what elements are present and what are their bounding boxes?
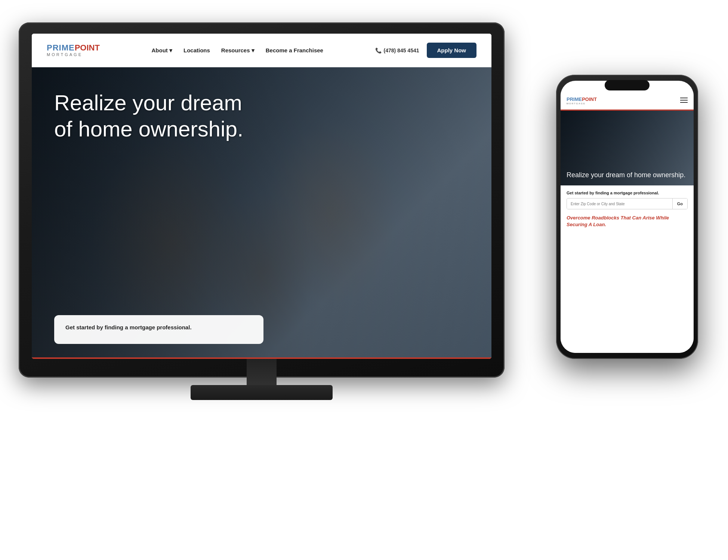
logo-prime: PRIME — [47, 43, 75, 52]
phone-hero-title: Realize your dream of home ownership. — [567, 171, 688, 179]
phone-hero: Realize your dream of home ownership. — [561, 111, 694, 185]
phone-go-button[interactable]: Go — [672, 199, 687, 209]
desktop-navbar: PRIMEPOINT MORTGAGE About ▾ Locations Re… — [32, 34, 491, 67]
phone-search-row: Go — [567, 198, 688, 209]
monitor-frame: PRIMEPOINT MORTGAGE About ▾ Locations Re… — [19, 22, 505, 378]
phone-logo-point: POINT — [582, 96, 597, 102]
phone-device: PRIMEPOINT MORTGAGE — [556, 75, 698, 359]
desktop-logo: PRIMEPOINT MORTGAGE — [47, 44, 100, 57]
phone-website: PRIMEPOINT MORTGAGE — [561, 81, 694, 353]
hamburger-menu[interactable] — [680, 98, 688, 103]
desktop-nav-links: About ▾ Locations Resources ▾ Become a F… — [152, 47, 323, 54]
desktop-nav-right: 📞 (478) 845 4541 Apply Now — [375, 43, 476, 58]
nav-locations[interactable]: Locations — [183, 47, 210, 53]
monitor-screen: PRIMEPOINT MORTGAGE About ▾ Locations Re… — [32, 34, 491, 359]
phone-logo: PRIMEPOINT MORTGAGE — [567, 96, 597, 105]
hero-content: Realize your dream of home ownership. Ge… — [54, 90, 491, 359]
phone-search-label: Get started by finding a mortgage profes… — [567, 191, 688, 195]
search-box-label: Get started by finding a mortgage profes… — [65, 324, 252, 330]
phone-notch — [605, 80, 650, 90]
desktop-search-box: Get started by finding a mortgage profes… — [54, 315, 263, 344]
phone-number: 📞 (478) 845 4541 — [375, 47, 419, 53]
monitor-stand-neck — [247, 359, 277, 389]
phone-search-input[interactable] — [567, 199, 672, 209]
hero-title-line2: of home ownership. — [54, 117, 243, 141]
nav-franchisee[interactable]: Become a Franchisee — [266, 47, 323, 53]
phone-icon: 📞 — [375, 47, 382, 53]
hamburger-line-3 — [680, 102, 688, 103]
phone-number-text: (478) 845 4541 — [384, 47, 419, 53]
hero-title: Realize your dream of home ownership. — [54, 90, 260, 142]
phone-screen: PRIMEPOINT MORTGAGE — [561, 81, 694, 353]
hamburger-line-2 — [680, 100, 688, 101]
phone-navbar: PRIMEPOINT MORTGAGE — [561, 91, 694, 110]
phone-frame: PRIMEPOINT MORTGAGE — [556, 75, 698, 359]
desktop-hero: Realize your dream of home ownership. Ge… — [32, 67, 491, 359]
monitor: PRIMEPOINT MORTGAGE About ▾ Locations Re… — [19, 22, 505, 415]
monitor-stand-base — [191, 385, 333, 400]
hero-title-line1: Realize your dream — [54, 90, 242, 115]
nav-about[interactable]: About ▾ — [152, 47, 172, 54]
hamburger-line-1 — [680, 98, 688, 98]
desktop-website: PRIMEPOINT MORTGAGE About ▾ Locations Re… — [32, 34, 491, 359]
phone-content: Get started by finding a mortgage profes… — [561, 185, 694, 353]
scene: PRIMEPOINT MORTGAGE About ▾ Locations Re… — [0, 0, 728, 560]
logo-mortgage: MORTGAGE — [47, 53, 100, 57]
logo-point: POINT — [75, 43, 100, 52]
nav-resources[interactable]: Resources ▾ — [221, 47, 255, 54]
phone-logo-mortgage: MORTGAGE — [567, 102, 597, 105]
phone-promo-text: Overcome Roadblocks That Can Arise While… — [567, 215, 688, 228]
apply-now-button[interactable]: Apply Now — [427, 43, 477, 58]
phone-logo-prime: PRIME — [567, 96, 582, 102]
